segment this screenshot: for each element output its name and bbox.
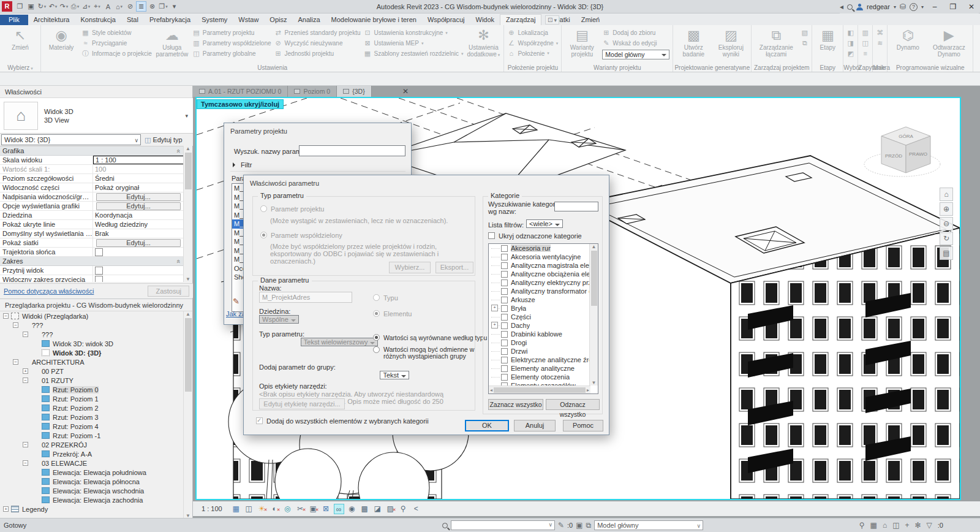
- measure-icon[interactable]: ⊿: [81, 1, 91, 12]
- property-value[interactable]: 1 : 100: [93, 156, 184, 164]
- user-name[interactable]: redgear: [867, 3, 890, 10]
- select-underlay-icon[interactable]: ▦: [870, 521, 877, 530]
- category-checkbox[interactable]: [501, 374, 508, 381]
- category-item[interactable]: Akcesoria wentylacyjne: [489, 253, 590, 261]
- select-pinned-icon[interactable]: ⌂: [883, 521, 887, 530]
- view-scale-button[interactable]: 1 : 100: [202, 505, 222, 512]
- category-item[interactable]: Elementy analityczne: [489, 364, 590, 373]
- editing-requests-icon[interactable]: ✎: [558, 521, 564, 530]
- project-info-button[interactable]: ⓘInformacje o projekcie: [81, 49, 152, 58]
- home-icon[interactable]: ⌂: [940, 188, 953, 201]
- create-study-button[interactable]: ▩Utwórz badanie: [676, 27, 710, 63]
- macro-security-button[interactable]: ≋: [876, 39, 884, 47]
- ribbon-tab[interactable]: Modelowanie bryłowe i teren: [326, 15, 422, 25]
- browser-scrollbar[interactable]: ▲▼: [183, 311, 192, 519]
- explore-outcomes-button[interactable]: ▨Eksploruj wyniki: [714, 27, 748, 63]
- select-by-id-button[interactable]: ◫: [861, 39, 869, 47]
- filter-list-combo[interactable]: <wiele>: [526, 219, 563, 228]
- close-inactive-views-icon[interactable]: ⊗: [147, 1, 157, 12]
- tree-item[interactable]: ???: [0, 321, 184, 330]
- property-row[interactable]: Wartość skali 1: 100: [0, 165, 184, 174]
- sync-icon[interactable]: ↻: [37, 1, 47, 12]
- zoom-in-icon[interactable]: ⊕: [940, 202, 953, 216]
- category-item[interactable]: Dachy: [489, 321, 590, 330]
- expander-icon[interactable]: [3, 313, 9, 319]
- categories-vscrollbar[interactable]: ▲▼: [589, 244, 598, 386]
- parameters-service-button[interactable]: ☁Usługa parametrów: [155, 27, 189, 63]
- tree-item[interactable]: Przekrój: A-A: [0, 449, 184, 458]
- property-row[interactable]: Opcje wyświetlania grafiki Edytuj...: [0, 202, 184, 211]
- panel-design-options-label[interactable]: Warianty projektu: [562, 64, 673, 71]
- collapse-viewbar-icon[interactable]: <: [411, 504, 421, 514]
- select-links-icon[interactable]: ⚲: [859, 521, 865, 530]
- property-row[interactable]: Nadpisania widoczności/grafiki Edytuj...: [0, 192, 184, 202]
- user-menu-caret-icon[interactable]: ▾: [894, 4, 896, 10]
- worksets-combo[interactable]: [451, 520, 555, 530]
- sun-path-icon[interactable]: ☀: [257, 504, 267, 514]
- view-tab[interactable]: {3D}: [337, 86, 371, 97]
- restore-button[interactable]: ❐: [946, 2, 960, 11]
- view-type-combo[interactable]: Widok 3D: {3D}: [1, 134, 141, 145]
- tree-item[interactable]: Widoki (Przeglądarka): [0, 311, 184, 321]
- switch-windows-icon[interactable]: ❐: [158, 1, 168, 12]
- filter-icon[interactable]: ▽: [927, 521, 932, 530]
- add-to-set-button[interactable]: ⊞Dodaj do zbioru: [602, 29, 669, 37]
- tree-item[interactable]: 00 PZT: [0, 367, 184, 376]
- mep-settings-button[interactable]: ⊠Ustawienia MEP: [364, 39, 464, 47]
- property-value[interactable]: Pokaż oryginał: [93, 183, 184, 192]
- pick-to-edit-button[interactable]: ✎Wskaż do edycji: [602, 39, 669, 47]
- location-button[interactable]: ⊕Lokalizacja: [507, 29, 558, 37]
- properties-scrollbar[interactable]: ▲▼: [183, 146, 192, 282]
- project-parameter-radio[interactable]: [260, 205, 267, 212]
- help-button[interactable]: Pomoc: [563, 420, 603, 431]
- modify-selector[interactable]: ⊡▾: [545, 15, 559, 25]
- steering-wheel-icon[interactable]: ▤: [940, 246, 953, 260]
- text-icon[interactable]: A: [103, 1, 113, 12]
- expander-icon[interactable]: [13, 359, 18, 365]
- category-item[interactable]: Drogi: [489, 338, 590, 347]
- object-styles-button[interactable]: ▦Style obiektów: [81, 29, 152, 37]
- structural-settings-button[interactable]: ⊡Ustawienia konstrukcyjne: [364, 29, 464, 37]
- design-option-combo[interactable]: Model główny: [594, 520, 703, 530]
- app-store-cart-icon[interactable]: ⛁: [900, 2, 906, 11]
- property-value[interactable]: [93, 275, 184, 282]
- type-selector-caret-icon[interactable]: ▾: [185, 113, 188, 119]
- warnings-button[interactable]: ≡: [861, 50, 869, 57]
- ribbon-tab[interactable]: Zarządzaj: [500, 14, 541, 25]
- ribbon-tab[interactable]: Stal: [121, 15, 144, 25]
- category-item[interactable]: Analityczna magistrala elektryczna: [489, 261, 590, 270]
- category-checkbox[interactable]: [501, 271, 508, 278]
- design-options-status-icon[interactable]: ⧉: [586, 521, 592, 530]
- instance-radio[interactable]: [373, 310, 380, 317]
- export-button[interactable]: Eksport...: [435, 262, 473, 273]
- property-value[interactable]: Brak: [93, 229, 184, 238]
- search-icon[interactable]: [847, 4, 853, 10]
- panel-project-location-label[interactable]: Położenie projektu: [504, 64, 561, 71]
- category-item[interactable]: Akcesoria rur: [489, 244, 590, 253]
- dialog-title[interactable]: Parametry projektu: [224, 123, 411, 139]
- panel-visual-programming-label[interactable]: Programowanie wizualne: [888, 64, 973, 71]
- global-parameters-button[interactable]: ◫Parametry globalne: [192, 50, 271, 58]
- tree-item[interactable]: Rzut: Poziom 1: [0, 394, 184, 403]
- view-tab[interactable]: A.01 - RZUT POZIOMU 0: [193, 86, 288, 97]
- property-value[interactable]: Według dziedziny: [93, 220, 184, 229]
- property-row[interactable]: Dziedzina Koordynacja: [0, 211, 184, 220]
- tree-item[interactable]: Rzut: Poziom -1: [0, 431, 184, 440]
- ribbon-tab[interactable]: Systemy: [196, 15, 233, 25]
- panel-select-label[interactable]: Wybierz: [0, 64, 40, 71]
- tree-item[interactable]: ARCHITEKTURA: [0, 357, 184, 367]
- category-checkbox[interactable]: [501, 340, 508, 346]
- properties-header[interactable]: Właściwości: [0, 86, 192, 98]
- qat-customize-icon[interactable]: ▾: [169, 1, 179, 12]
- property-row[interactable]: Skala widoku 1 : 100: [0, 156, 184, 165]
- close-button[interactable]: ✕: [964, 2, 979, 11]
- property-value[interactable]: Edytuj...: [93, 192, 184, 201]
- check-none-button[interactable]: Odznacz wszystko: [546, 399, 600, 410]
- category-item[interactable]: Arkusze: [489, 295, 590, 304]
- tree-item[interactable]: Rzut: Poziom 3: [0, 412, 184, 422]
- active-design-option-combo[interactable]: Model główny: [602, 50, 669, 59]
- ribbon-tab[interactable]: Wstaw: [233, 15, 264, 25]
- panel-inquiry-label[interactable]: Zapytanie: [858, 64, 872, 71]
- transfer-standards-button[interactable]: ⇄Przenieś standardy projektu: [274, 29, 361, 37]
- tree-item[interactable]: Legendy: [0, 504, 184, 514]
